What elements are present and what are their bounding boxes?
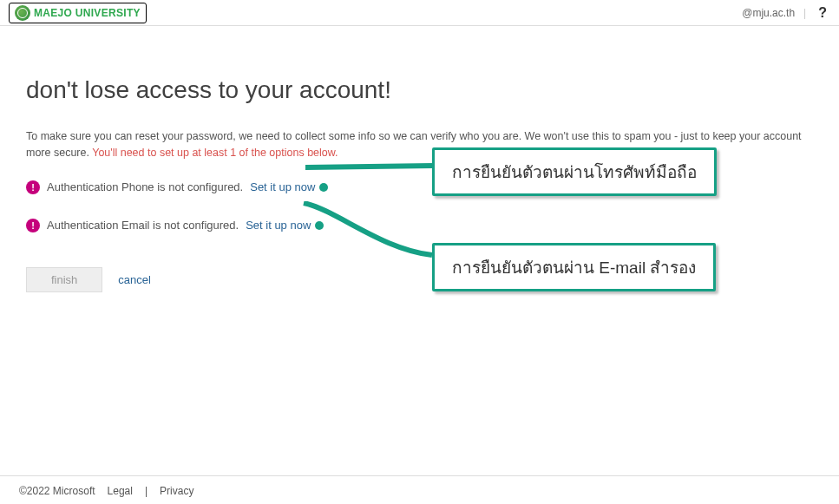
finish-button[interactable]: finish bbox=[26, 267, 102, 292]
help-icon[interactable]: ? bbox=[815, 5, 830, 21]
option-email: ! Authentication Email is not configured… bbox=[26, 219, 813, 232]
footer-copyright: ©2022 Microsoft bbox=[19, 485, 95, 497]
footer-privacy-link[interactable]: Privacy bbox=[160, 485, 193, 497]
setup-email-link[interactable]: Set it up now bbox=[246, 219, 311, 232]
email-option-text: Authentication Email is not configured. bbox=[47, 219, 239, 232]
alert-icon: ! bbox=[26, 219, 40, 232]
annotation-dot bbox=[315, 221, 324, 230]
footer-divider: | bbox=[145, 485, 147, 497]
header-right: @mju.ac.th | ? bbox=[742, 5, 830, 21]
header-bar: MAEJO UNIVERSITY @mju.ac.th | ? bbox=[0, 0, 839, 26]
footer: ©2022 Microsoft Legal | Privacy bbox=[0, 475, 839, 504]
setup-phone-link[interactable]: Set it up now bbox=[250, 180, 315, 193]
callout-email: การยืนยันตัวตนผ่าน E-mail สำรอง bbox=[432, 243, 716, 291]
intro-warning: You'll need to set up at least 1 of the … bbox=[92, 147, 338, 159]
header-divider: | bbox=[803, 7, 806, 19]
brand-box: MAEJO UNIVERSITY bbox=[9, 3, 147, 23]
callout-phone: การยืนยันตัวตนผ่านโทรศัพท์มือถือ bbox=[432, 147, 717, 196]
cancel-link[interactable]: cancel bbox=[118, 273, 151, 286]
phone-option-text: Authentication Phone is not configured. bbox=[47, 180, 243, 193]
footer-legal-link[interactable]: Legal bbox=[108, 485, 133, 497]
user-email: @mju.ac.th bbox=[742, 7, 795, 19]
brand-text: MAEJO UNIVERSITY bbox=[34, 7, 141, 19]
page-title: don't lose access to your account! bbox=[26, 76, 813, 104]
university-logo-icon bbox=[15, 5, 30, 21]
alert-icon: ! bbox=[26, 180, 40, 194]
annotation-dot bbox=[319, 183, 328, 192]
